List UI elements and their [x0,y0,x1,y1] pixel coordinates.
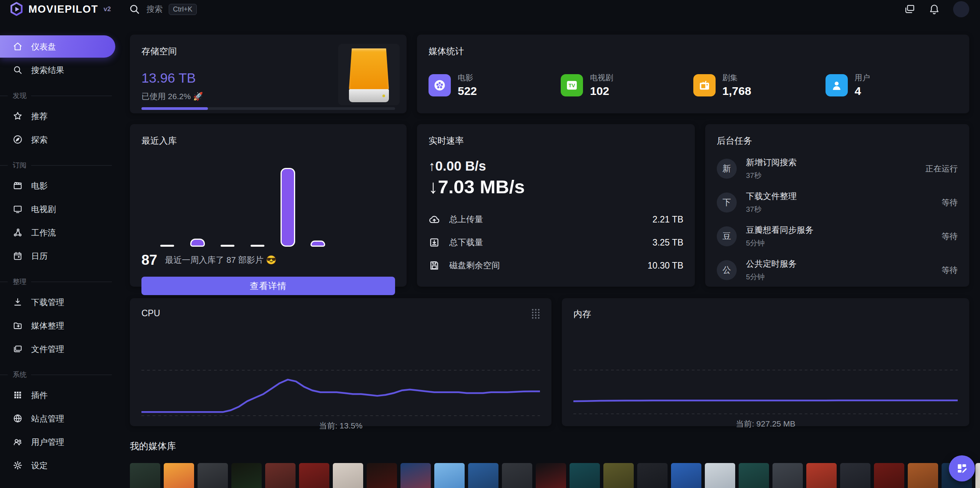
media-poster[interactable] [772,463,803,488]
sidebar-item-home[interactable]: 仪表盘 [0,35,115,58]
sidebar-item-grid[interactable]: 插件 [0,384,117,406]
media-poster[interactable] [434,463,465,488]
sidebar-item-workflow[interactable]: 工作流 [0,221,117,244]
media-poster[interactable] [806,463,837,488]
media-poster[interactable] [536,463,566,488]
media-poster[interactable] [705,463,735,488]
notifications-bell-icon[interactable] [929,3,940,15]
speed-rows: 总上传量2.21 TB总下载量3.25 TB磁盘剩余空间10.30 TB [429,214,683,271]
windows-stack-icon[interactable] [904,3,915,15]
sidebar-item-gear[interactable]: 设定 [0,454,117,476]
media-stats-card: 媒体统计 电影522TV电视剧102剧集1,768用户4 [417,35,969,113]
search-placeholder: 搜索 [146,4,163,15]
media-poster[interactable] [975,463,980,488]
sidebar-item-tv[interactable]: 电视剧 [0,198,117,220]
stat-label: 用户 [855,73,870,83]
clapperboard-icon [13,181,23,191]
speed-row-label: 总下载量 [449,237,483,248]
media-poster[interactable] [333,463,363,488]
stat-label: 电影 [458,73,477,83]
drag-handle-icon[interactable] [532,309,540,319]
disk-icon [429,260,440,271]
media-poster[interactable] [231,463,262,488]
external-drive-icon [349,48,389,102]
stat-value: 102 [590,85,613,98]
task-avatar: 新 [717,159,737,179]
compass-icon [13,134,23,144]
task-interval: 5分钟 [746,238,814,248]
memory-card: 内存 当前: 927.25 MB [562,298,969,426]
media-poster[interactable] [637,463,668,488]
sidebar-section-发现: 发现 [0,89,117,103]
task-row: 公公共定时服务5分钟等待 [717,258,958,282]
memory-title: 内存 [573,308,591,320]
sidebar-item-label: 推荐 [31,111,48,122]
media-poster[interactable] [840,463,870,488]
sidebar-item-label: 媒体整理 [31,320,64,331]
view-details-button[interactable]: 查看详情 [141,277,395,295]
layout-edit-icon [956,462,968,475]
media-poster[interactable] [468,463,498,488]
cloud-up-icon [429,214,440,225]
media-poster[interactable] [671,463,701,488]
recent-title: 最近入库 [141,135,395,147]
media-poster[interactable] [130,463,160,488]
task-rows: 新新增订阅搜索37秒正在运行下下载文件整理37秒等待豆豆瓣想看同步服务5分钟等待… [717,157,958,282]
media-poster[interactable] [603,463,634,488]
sidebar-item-globe[interactable]: 站点管理 [0,407,117,430]
media-poster[interactable] [164,463,194,488]
sidebar-item-clapperboard[interactable]: 电影 [0,174,117,197]
tv-badge-icon: TV [561,74,583,96]
sidebar-nav: 仪表盘搜索结果发现推荐探索订阅电影电视剧工作流日历整理下载管理媒体整理文件管理系… [0,18,117,488]
search-icon [129,3,140,15]
calendar-icon [13,251,23,261]
sidebar-item-users[interactable]: 用户管理 [0,431,117,453]
cpu-title: CPU [141,308,160,319]
app-logo[interactable]: MOVIEPILOT v2 [0,2,117,17]
sidebar-section-整理: 整理 [0,275,117,289]
media-poster[interactable] [874,463,904,488]
global-search[interactable]: 搜索 Ctrl+K [129,3,197,15]
sidebar-item-search[interactable]: 搜索结果 [0,59,117,81]
task-name: 新增订阅搜索 [746,157,797,168]
download-box-icon [429,237,440,248]
storage-progress-fill [141,107,208,110]
task-avatar: 豆 [717,226,737,246]
task-status: 等待 [942,231,958,242]
tv-icon [13,204,23,214]
user-avatar[interactable] [953,1,969,17]
sidebar-item-download[interactable]: 下载管理 [0,291,117,313]
sidebar-item-calendar[interactable]: 日历 [0,245,117,267]
media-poster[interactable] [299,463,329,488]
sidebar-item-folder-move[interactable]: 媒体整理 [0,314,117,337]
sidebar-section-系统: 系统 [0,368,117,382]
media-poster[interactable] [908,463,938,488]
media-poster[interactable] [198,463,228,488]
stat-value: 4 [855,85,870,98]
search-icon [13,65,23,75]
media-poster[interactable] [367,463,397,488]
logo-hexagon-play-icon [9,2,24,17]
recent-bar-chart [141,155,395,247]
sidebar-item-label: 工作流 [31,227,56,238]
media-poster[interactable] [265,463,296,488]
task-row: 豆豆瓣想看同步服务5分钟等待 [717,224,958,248]
task-row: 下下载文件整理37秒等待 [717,191,958,214]
sidebar-item-folders[interactable]: 文件管理 [0,338,117,360]
sidebar-item-compass[interactable]: 探索 [0,128,117,151]
media-poster[interactable] [739,463,769,488]
bar-value [281,168,295,247]
media-poster[interactable] [502,463,532,488]
media-poster[interactable] [570,463,600,488]
edit-dashboard-fab[interactable] [949,455,975,481]
speed-title: 实时速率 [429,135,683,147]
upload-speed: ↑0.00 B/s [429,158,683,174]
memory-current-label: 当前: 927.25 MB [573,416,958,431]
stat-value: 1,768 [723,85,751,98]
media-poster[interactable] [400,463,431,488]
brand-name: MOVIEPILOT [28,3,98,15]
cpu-line-chart [141,322,540,418]
star-icon [13,111,23,121]
tasks-title: 后台任务 [717,135,958,147]
sidebar-item-star[interactable]: 推荐 [0,105,117,127]
